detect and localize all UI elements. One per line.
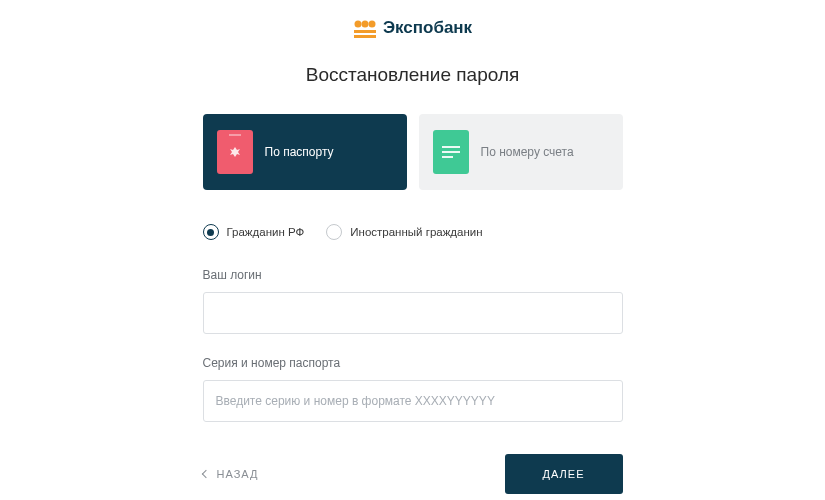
svg-point-2	[368, 21, 375, 28]
citizenship-radios: Гражданин РФ Иностранный гражданин	[203, 224, 623, 240]
login-field-group: Ваш логин	[203, 268, 623, 334]
page-title: Восстановление пароля	[203, 64, 623, 86]
logo-icon	[353, 18, 377, 38]
method-account[interactable]: По номеру счета	[419, 114, 623, 190]
login-input[interactable]	[203, 292, 623, 334]
svg-rect-4	[354, 35, 376, 38]
account-icon	[433, 130, 469, 174]
passport-icon	[217, 130, 253, 174]
svg-point-1	[361, 21, 368, 28]
passport-field-group: Серия и номер паспорта	[203, 356, 623, 422]
logo: Экспобанк	[203, 18, 623, 38]
next-button[interactable]: ДАЛЕЕ	[505, 454, 623, 494]
logo-text: Экспобанк	[383, 18, 472, 38]
back-button-label: НАЗАД	[217, 468, 259, 480]
radio-label-rf: Гражданин РФ	[227, 226, 305, 238]
back-button[interactable]: НАЗАД	[203, 460, 259, 488]
actions: НАЗАД ДАЛЕЕ	[203, 454, 623, 494]
radio-citizen-rf[interactable]: Гражданин РФ	[203, 224, 305, 240]
method-selector: По паспорту По номеру счета	[203, 114, 623, 190]
method-account-label: По номеру счета	[481, 145, 574, 159]
radio-label-foreign: Иностранный гражданин	[350, 226, 482, 238]
radio-icon	[326, 224, 342, 240]
svg-rect-3	[354, 30, 376, 33]
passport-input[interactable]	[203, 380, 623, 422]
passport-label: Серия и номер паспорта	[203, 356, 623, 370]
method-passport-label: По паспорту	[265, 145, 334, 159]
svg-point-0	[354, 21, 361, 28]
method-passport[interactable]: По паспорту	[203, 114, 407, 190]
login-label: Ваш логин	[203, 268, 623, 282]
radio-icon	[203, 224, 219, 240]
radio-citizen-foreign[interactable]: Иностранный гражданин	[326, 224, 482, 240]
chevron-left-icon	[201, 470, 209, 478]
